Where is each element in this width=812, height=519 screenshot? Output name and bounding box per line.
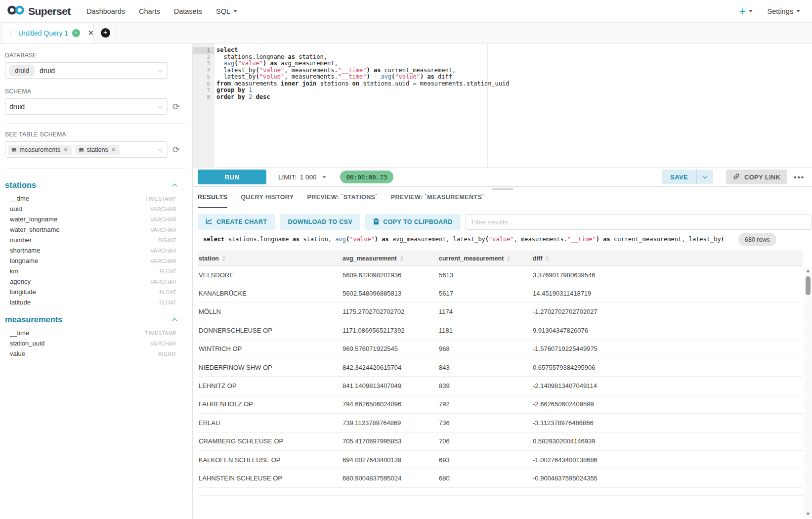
column-name: __time [10,195,29,202]
column-row: longitudeFLOAT [0,287,192,297]
header-cell-avg-measurement[interactable]: avg_measurement [342,251,438,265]
table-cell: 5602.548096885813 [342,290,438,297]
line-number: 3 [193,60,214,67]
table-row: KANALBRÜCKE5602.548096885813561714.45190… [198,284,803,303]
filter-results-input[interactable] [466,214,812,230]
table-cell: -3.112378976486866 [532,419,803,427]
column-type: VARCHAR [150,206,176,212]
column-row: station_uuidVARCHAR [0,338,192,348]
column-type: FLOAT [159,268,176,274]
more-options-button[interactable]: ••• [794,173,805,181]
header-label: avg_measurement [342,255,397,262]
header-cell-current-measurement[interactable]: current_measurement [438,251,532,265]
close-tab-icon[interactable]: ✕ [88,29,93,37]
table-cell: 693 [438,456,532,464]
nav-item-label: SQL [216,7,230,15]
schema-table-stations: stations__timeTIMESTAMPuuidVARCHARwater_… [0,176,192,307]
nav-item-charts[interactable]: Charts [132,7,167,15]
table-cell: -2.1409813407049114 [532,382,803,389]
refresh-tables-icon[interactable]: ⟳ [172,145,180,154]
table-cell: FAHRENHOLZ OP [198,400,342,408]
add-tab-button[interactable]: + [101,28,110,38]
query-tab[interactable]: ⋮ Untitled Query 1 ✓ ✕ [1,23,94,43]
schema-table-header: measurements [0,310,192,328]
tab-preview-stations[interactable]: PREVIEW: `STATIONS` [307,194,378,208]
database-label: DATABASE [5,52,192,59]
column-type: FLOAT [159,300,176,305]
scroll-up-icon[interactable] [806,269,810,272]
column-type: VARCHAR [150,248,176,254]
database-select[interactable]: druid druid [5,62,168,79]
tab-query-history[interactable]: QUERY HISTORY [241,194,294,208]
copy-to-clipboard-button[interactable]: COPY TO CLIPBOARD [365,214,460,230]
save-button[interactable]: SAVE [662,173,696,181]
table-select[interactable]: ▦measurements✕▦stations✕ [5,141,168,158]
remove-tag-icon[interactable]: ✕ [111,146,116,153]
collapse-icon[interactable] [172,318,177,323]
database-type-pill: druid [9,65,35,76]
line-number: 5 [193,74,214,81]
drag-handle-icon[interactable]: ⋮ [7,30,14,37]
table-row: DONNERSCHLEUSE OP1171.086956521739211819… [198,321,803,340]
pane-resize-handle[interactable] [492,188,513,190]
sqllab-sidebar: DATABASE druid druid SCHEMA druid ⟳ SEE … [0,43,193,519]
save-options-button[interactable] [697,176,713,178]
results-scrollbar[interactable] [804,266,812,519]
superset-logo[interactable]: Superset [7,4,71,18]
run-button[interactable]: RUN [198,170,266,184]
table-cell: LEHNITZ OP [198,382,342,389]
nav-item-dashboards[interactable]: Dashboards [80,7,132,15]
line-number: 7 [193,87,214,94]
line-number: 8 [193,94,214,101]
column-row: longnameVARCHAR [0,256,192,266]
chevron-down-icon [158,146,163,151]
tab-preview-measurements[interactable]: PREVIEW: `MEASUREMENTS` [391,194,484,208]
column-name: longname [10,257,38,264]
sort-asc-icon [222,256,225,258]
table-cell: 680.9004837595024 [342,475,438,482]
chevron-down-icon [796,10,800,12]
column-row: agencyVARCHAR [0,276,192,287]
nav-item-sql[interactable]: SQL [209,7,244,15]
new-item-button[interactable]: + [739,6,752,16]
scrollbar-thumb[interactable] [806,276,811,295]
download-to-csv-button[interactable]: DOWNLOAD TO CSV [280,214,360,230]
nav-item-label: Charts [139,7,160,15]
header-cell-station[interactable]: station [198,251,342,265]
refresh-schemas-icon[interactable]: ⟳ [172,102,180,111]
table-cell: NIEDERFINOW SHW OP [198,364,342,371]
chevron-down-icon [703,174,708,179]
sql-editor[interactable]: 12345678 select stations.longname as sta… [193,43,812,167]
create-chart-button[interactable]: CREATE CHART [198,214,275,230]
column-name: water_shortname [10,226,59,233]
column-row: kmFLOAT [0,266,192,276]
collapse-icon[interactable] [172,184,177,189]
schema-value: druid [9,103,25,111]
limit-dropdown[interactable]: LIMIT: 1 000 [278,173,326,181]
table-cell: 739.1123789764869 [342,419,438,427]
results-tabs: RESULTSQUERY HISTORYPREVIEW: `STATIONS`P… [193,194,812,208]
table-cell: 705.4170697995853 [342,437,438,445]
column-type: TIMESTAMP [145,330,176,336]
schema-select[interactable]: druid [5,98,168,115]
table-row: FAHRENHOLZ OP794.6626506024096792-2.6626… [198,395,803,414]
scroll-down-icon[interactable] [806,513,810,516]
column-type: TIMESTAMP [145,196,176,202]
line-number: 1 [193,47,214,54]
table-cell: 1175.2702702702702 [342,308,438,315]
nav-item-datasets[interactable]: Datasets [167,7,209,15]
superset-infinity-icon [7,4,25,18]
schema-tables: stations__timeTIMESTAMPuuidVARCHARwater_… [0,176,192,359]
table-row: LEHNITZ OP841.1409813407049839-2.1409813… [198,377,803,395]
tab-results[interactable]: RESULTS [198,194,227,208]
limit-value: 1 000 [300,173,317,181]
table-cell: CRAMBERG SCHLEUSE OP [198,437,342,445]
header-cell-diff[interactable]: diff [532,251,803,265]
editor-code[interactable]: select stations.longname as station, avg… [214,43,812,167]
remove-tag-icon[interactable]: ✕ [63,146,68,153]
copy-link-button[interactable]: COPY LINK [726,170,787,184]
table-cell: 680 [438,475,532,482]
editor-toolbar: RUN LIMIT: 1 000 00:00:00.73 SAVE [193,167,812,186]
column-row: numberBIGINT [0,235,192,245]
settings-menu[interactable]: Settings [768,7,800,15]
